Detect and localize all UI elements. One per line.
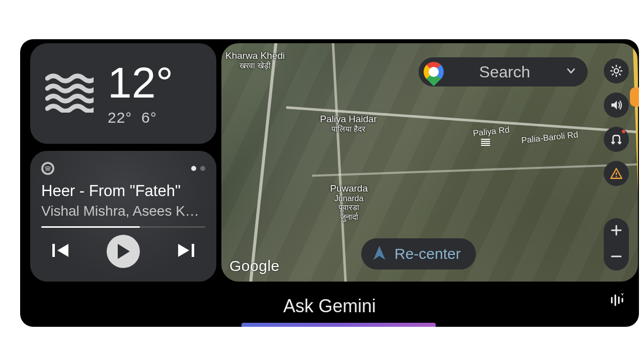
- voice-waveform-icon[interactable]: [608, 292, 625, 311]
- svg-rect-1: [52, 244, 55, 257]
- svg-marker-22: [373, 246, 385, 260]
- maps-pin-icon: [420, 58, 448, 86]
- map-road: [331, 43, 347, 282]
- weather-temps: 12° 22° 6°: [108, 61, 173, 126]
- play-button[interactable]: [107, 235, 140, 268]
- zoom-in-button[interactable]: [611, 224, 622, 238]
- svg-marker-27: [621, 293, 624, 296]
- progress-fill: [41, 226, 140, 228]
- pager-dot: [200, 166, 205, 171]
- navigation-cursor-icon: [372, 245, 386, 263]
- next-button[interactable]: [175, 241, 195, 262]
- chevron-down-icon[interactable]: [566, 65, 577, 78]
- zoom-controls: [604, 218, 629, 270]
- assistant-prompt: Ask Gemini: [283, 296, 376, 317]
- svg-line-14: [612, 73, 613, 75]
- track-artist: Vishal Mishra, Asees Kaur,...: [41, 203, 205, 219]
- progress-bar[interactable]: [41, 226, 205, 228]
- svg-line-11: [612, 66, 613, 68]
- car-dashboard: 12° 22° 6° Heer - From "Fateh" Vishal Mi…: [20, 39, 639, 327]
- spotify-icon: [41, 162, 54, 175]
- temp-low: 6°: [141, 109, 157, 126]
- fog-icon: [45, 72, 94, 115]
- map-highway: [632, 43, 638, 282]
- volume-button[interactable]: [604, 93, 629, 118]
- pager-dots: [191, 166, 205, 171]
- google-logo: Google: [229, 257, 280, 275]
- svg-point-6: [614, 69, 619, 73]
- pager-dot: [191, 166, 196, 171]
- map-road-label: Paliya Rd: [472, 125, 510, 138]
- svg-line-13: [619, 66, 620, 68]
- weather-card[interactable]: 12° 22° 6°: [30, 43, 216, 144]
- assistant-bar[interactable]: Ask Gemini: [20, 286, 639, 327]
- svg-marker-3: [118, 244, 130, 259]
- previous-button[interactable]: [51, 241, 71, 262]
- svg-line-12: [619, 73, 620, 75]
- svg-marker-4: [178, 244, 189, 257]
- zoom-out-button[interactable]: [611, 250, 622, 264]
- temp-high: 22°: [108, 109, 132, 126]
- recenter-button[interactable]: Re-center: [361, 238, 476, 269]
- map-road-label: Palia-Baroli Rd: [521, 130, 579, 146]
- map-place-label: PuwardaJunardaपूवारडाजुनार्दा: [330, 183, 368, 222]
- notification-dot: [622, 130, 625, 133]
- music-card[interactable]: Heer - From "Fateh" Vishal Mishra, Asees…: [30, 151, 216, 282]
- search-label: Search: [453, 63, 556, 81]
- recenter-label: Re-center: [394, 245, 461, 262]
- side-notch: [630, 87, 639, 107]
- report-hazard-button[interactable]: [604, 161, 629, 186]
- road-marker-icon: [481, 139, 490, 146]
- svg-rect-5: [192, 244, 194, 257]
- map-road: [248, 43, 278, 282]
- map-place-label: Paliya Haidarपालिया हैदर: [320, 114, 377, 134]
- route-button[interactable]: [604, 127, 629, 152]
- assistant-glow: [242, 323, 436, 327]
- temp-current: 12°: [108, 61, 173, 104]
- settings-button[interactable]: [604, 58, 629, 83]
- svg-marker-2: [57, 244, 68, 257]
- svg-marker-15: [611, 101, 617, 109]
- map-place-label: Kharwa Khediखरवा खेड़ी: [225, 50, 285, 70]
- map-panel[interactable]: Kharwa Khediखरवा खेड़ीPaliya Haidarपालिय…: [221, 43, 638, 282]
- track-title: Heer - From "Fateh": [41, 182, 205, 200]
- svg-point-18: [616, 176, 617, 177]
- map-road: [312, 163, 638, 176]
- search-pill[interactable]: Search: [419, 57, 588, 86]
